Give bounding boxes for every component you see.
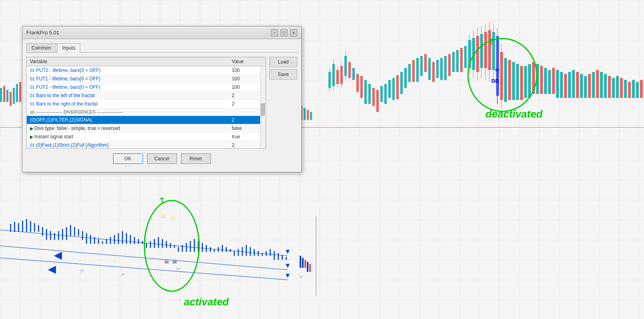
svg-point-276 (495, 68, 499, 72)
ok-button[interactable]: OK (113, 154, 143, 164)
svg-rect-63 (524, 66, 527, 98)
svg-rect-80 (592, 72, 595, 98)
table-row[interactable]: 01 FUT2 - lifetime, bars(0 = OFF)100 (27, 83, 266, 92)
hand-pointer-2: ☞ (176, 266, 181, 272)
variables-table: Variable Value 01 PUT2 - lifetime, bars(… (27, 57, 266, 149)
svg-rect-207 (42, 227, 43, 236)
table-row[interactable]: ▶ Instant signal starttrue (27, 133, 266, 141)
maximize-button[interactable]: □ (280, 29, 288, 36)
dialog-window: FrankPro 5.01 − □ × Common Inputs Variab… (22, 26, 302, 172)
svg-marker-197 (54, 252, 62, 260)
svg-rect-69 (548, 70, 551, 94)
svg-rect-264 (270, 249, 271, 256)
svg-rect-221 (98, 239, 99, 244)
svg-line-195 (0, 258, 288, 280)
svg-rect-62 (520, 66, 523, 100)
svg-rect-204 (30, 221, 31, 232)
svg-rect-19 (384, 84, 387, 104)
svg-rect-87 (620, 78, 623, 98)
save-button[interactable]: Save (269, 69, 297, 80)
svg-rect-14 (364, 80, 367, 104)
tab-inputs[interactable]: Inputs (57, 43, 81, 53)
table-row[interactable]: 01 PUT2 - lifetime, bars(0 = OFF)100 (27, 66, 266, 75)
svg-rect-208 (46, 229, 47, 240)
svg-rect-224 (110, 237, 111, 244)
svg-rect-217 (82, 231, 83, 240)
table-cell-variable: 01 FUT1 - lifetime, bars(0 = OFF) (27, 75, 229, 83)
svg-rect-72 (560, 72, 563, 98)
svg-rect-34 (444, 56, 447, 80)
svg-rect-30 (428, 58, 431, 80)
svg-rect-200 (14, 222, 15, 232)
svg-rect-222 (102, 241, 103, 244)
reset-button[interactable]: Reset (181, 154, 211, 164)
cancel-button[interactable]: Cancel (147, 154, 177, 164)
table-row[interactable]: 01 (0)Fast,(1)Strict,(2)Full [Algorithm]… (27, 141, 266, 149)
svg-rect-97 (13, 88, 15, 104)
dialog-footer: OK Cancel Reset (26, 149, 297, 168)
svg-rect-236 (158, 237, 159, 248)
table-row[interactable]: ab ------------------ DIVERGENCES ------… (27, 108, 266, 116)
svg-rect-231 (138, 239, 139, 244)
table-row[interactable]: (0)OFF,(1)FILTER,(2)SIGNAL2 (27, 116, 266, 124)
svg-rect-210 (54, 233, 55, 240)
svg-rect-189 (307, 110, 309, 120)
svg-rect-37 (456, 50, 459, 72)
svg-rect-22 (396, 75, 399, 99)
svg-rect-241 (178, 247, 179, 252)
col-value-header: Value (229, 57, 266, 66)
svg-rect-73 (564, 74, 567, 98)
svg-rect-65 (532, 62, 535, 94)
table-row[interactable]: 01 Bars to the right of the fractal2 (27, 100, 266, 108)
table-row[interactable]: 01 FUT1 - lifetime, bars(0 = OFF)100 (27, 75, 266, 83)
svg-rect-203 (26, 219, 27, 232)
svg-rect-225 (114, 235, 115, 244)
svg-rect-268 (286, 257, 287, 260)
scroll-thumb (261, 104, 265, 116)
svg-rect-35 (448, 54, 451, 76)
svg-rect-216 (78, 229, 79, 236)
svg-rect-265 (274, 251, 275, 260)
svg-rect-31 (432, 62, 435, 82)
svg-rect-240 (174, 245, 175, 248)
svg-rect-94 (3, 86, 5, 102)
table-cell-variable: ab ------------------ DIVERGENCES ------… (27, 108, 229, 116)
svg-rect-67 (540, 66, 543, 94)
smiley-icon-1: ☺ (160, 212, 167, 220)
svg-marker-192 (286, 250, 290, 254)
svg-rect-29 (424, 54, 427, 72)
svg-rect-269 (300, 256, 301, 268)
svg-rect-256 (238, 249, 239, 256)
svg-rect-219 (90, 235, 91, 244)
svg-rect-33 (440, 58, 443, 80)
svg-rect-84 (608, 76, 611, 98)
svg-rect-12 (356, 74, 359, 92)
svg-rect-218 (86, 233, 87, 244)
svg-rect-99 (19, 82, 21, 102)
load-button[interactable]: Load (269, 57, 297, 67)
svg-rect-266 (278, 253, 279, 260)
variables-table-container: Variable Value 01 PUT2 - lifetime, bars(… (26, 57, 266, 149)
svg-rect-255 (234, 251, 235, 256)
smiley-icon-2: ☺ (170, 214, 176, 221)
close-button[interactable]: × (290, 29, 297, 36)
svg-rect-71 (556, 70, 559, 98)
svg-rect-90 (632, 80, 635, 98)
svg-rect-98 (16, 84, 18, 102)
svg-rect-82 (600, 72, 603, 98)
deactivated-label: deactivated (485, 108, 543, 120)
svg-rect-202 (22, 221, 23, 232)
table-row[interactable]: 01 Bars to the left of the fractal2 (27, 92, 266, 100)
svg-rect-233 (146, 243, 147, 248)
svg-rect-59 (508, 60, 511, 100)
scrollbar[interactable] (260, 67, 266, 148)
svg-rect-61 (516, 64, 519, 100)
svg-rect-18 (380, 86, 383, 102)
minimize-button[interactable]: − (271, 29, 278, 36)
svg-rect-76 (576, 72, 579, 98)
dialog-controls: − □ × (271, 29, 297, 36)
table-row[interactable]: ▶ Divs type: false - simple, true = reve… (27, 124, 266, 133)
svg-rect-212 (62, 229, 63, 240)
tab-common[interactable]: Common (26, 43, 56, 52)
svg-rect-15 (368, 84, 371, 104)
